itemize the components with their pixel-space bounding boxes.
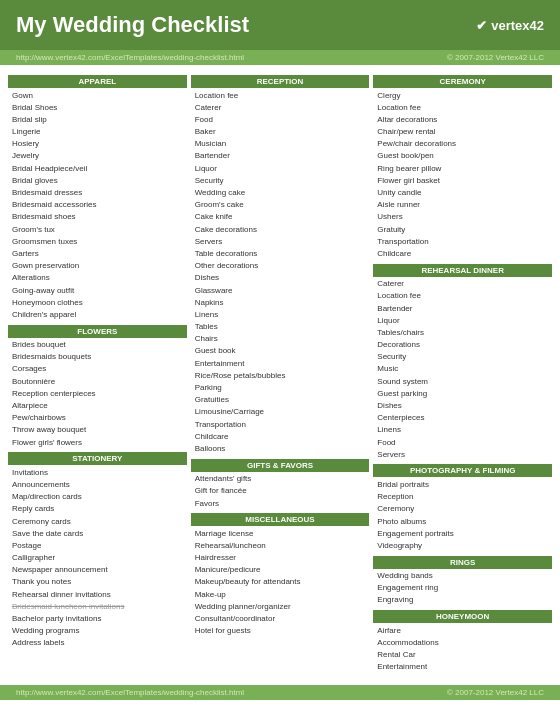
list-item: Childcare <box>191 430 370 442</box>
list-item: Garters <box>8 247 187 259</box>
list-item: Calligrapher <box>8 552 187 564</box>
list-item: Location fee <box>373 290 552 302</box>
list-item: Gift for fiancée <box>191 485 370 497</box>
list-item: Caterer <box>191 101 370 113</box>
list-item: Aisle runner <box>373 199 552 211</box>
list-item: Children's apparel <box>8 308 187 320</box>
list-item: Alterations <box>8 272 187 284</box>
section-header: RECEPTION <box>191 75 370 88</box>
list-item: Tables/chairs <box>373 326 552 338</box>
list-item: Bridal gloves <box>8 174 187 186</box>
section-header: STATIONERY <box>8 452 187 465</box>
list-item: Engraving <box>373 594 552 606</box>
list-item: Table decorations <box>191 247 370 259</box>
list-item: Wedding bands <box>373 570 552 582</box>
list-item: Linens <box>373 424 552 436</box>
list-item: Honeymoon clothes <box>8 296 187 308</box>
list-item: Bridesmaid dresses <box>8 187 187 199</box>
list-item: Clergy <box>373 89 552 101</box>
list-item: Rehearsal/luncheon <box>191 539 370 551</box>
list-item: Food <box>191 113 370 125</box>
list-item: Transportation <box>373 235 552 247</box>
list-item: Engagement ring <box>373 582 552 594</box>
list-item: Photo albums <box>373 515 552 527</box>
list-item: Hotel for guests <box>191 625 370 637</box>
list-item: Musician <box>191 138 370 150</box>
section-header: REHEARSAL DINNER <box>373 264 552 277</box>
list-item: Reception centerpieces <box>8 387 187 399</box>
footer-url-bar: http://www.vertex42.com/ExcelTemplates/w… <box>0 685 560 700</box>
brand: ✔ vertex42 <box>476 18 544 33</box>
right-column: CEREMONYClergyLocation feeAltar decorati… <box>373 71 552 673</box>
list-item: Rice/Rose petals/bubbles <box>191 369 370 381</box>
section-header: HONEYMOON <box>373 610 552 623</box>
section-header: PHOTOGRAPHY & FILMING <box>373 464 552 477</box>
list-item: Brides bouquet <box>8 339 187 351</box>
list-item: Marriage license <box>191 527 370 539</box>
list-item: Other decorations <box>191 260 370 272</box>
left-column: APPARELGownBridal ShoesBridal slipLinger… <box>8 71 187 673</box>
list-item: Centerpieces <box>373 412 552 424</box>
list-item: Groom's cake <box>191 199 370 211</box>
list-item: Altar decorations <box>373 113 552 125</box>
list-item: Guest parking <box>373 387 552 399</box>
list-item: Thank you notes <box>8 576 187 588</box>
list-item: Cake decorations <box>191 223 370 235</box>
header: My Wedding Checklist ✔ vertex42 <box>0 0 560 50</box>
list-item: Make-up <box>191 588 370 600</box>
section-header: CEREMONY <box>373 75 552 88</box>
list-item: Food <box>373 436 552 448</box>
list-item: Ceremony <box>373 503 552 515</box>
checkmark-icon: ✔ <box>476 18 487 33</box>
list-item: Location fee <box>191 89 370 101</box>
list-item: Chair/pew rental <box>373 126 552 138</box>
section-header: GIFTS & FAVORS <box>191 459 370 472</box>
main-content: APPARELGownBridal ShoesBridal slipLinger… <box>0 65 560 679</box>
section-header: FLOWERS <box>8 325 187 338</box>
list-item: Cake knife <box>191 211 370 223</box>
list-item: Videography <box>373 539 552 551</box>
list-item: Transportation <box>191 418 370 430</box>
list-item: Postage <box>8 539 187 551</box>
list-item: Reply cards <box>8 503 187 515</box>
list-item: Sound system <box>373 375 552 387</box>
list-item: Bridal slip <box>8 113 187 125</box>
list-item: Entertainment <box>191 357 370 369</box>
list-item: Gown <box>8 89 187 101</box>
list-item: Wedding cake <box>191 187 370 199</box>
list-item: Ring bearer pillow <box>373 162 552 174</box>
list-item: Attendants' gifts <box>191 473 370 485</box>
list-item: Security <box>191 174 370 186</box>
list-item: Parking <box>191 382 370 394</box>
list-item: Flower girls' flowers <box>8 436 187 448</box>
list-item: Ushers <box>373 211 552 223</box>
list-item: Servers <box>191 235 370 247</box>
list-item: Unity candle <box>373 187 552 199</box>
list-item: Bridal Shoes <box>8 101 187 113</box>
list-item: Gown preservation <box>8 260 187 272</box>
list-item: Baker <box>191 126 370 138</box>
list-item: Bridal Headpiece/veil <box>8 162 187 174</box>
list-item: Bartender <box>191 150 370 162</box>
list-item: Tables <box>191 321 370 333</box>
list-item: Chairs <box>191 333 370 345</box>
list-item: Newspaper announcement <box>8 564 187 576</box>
list-item: Altarpiece <box>8 400 187 412</box>
list-item: Location fee <box>373 101 552 113</box>
list-item: Going-away outfit <box>8 284 187 296</box>
list-item: Dishes <box>191 272 370 284</box>
list-item: Guest book/pen <box>373 150 552 162</box>
list-item: Napkins <box>191 296 370 308</box>
section-header: APPAREL <box>8 75 187 88</box>
list-item: Wedding planner/organizer <box>191 600 370 612</box>
list-item: Hairdresser <box>191 552 370 564</box>
list-item: Corsages <box>8 363 187 375</box>
list-item: Dishes <box>373 400 552 412</box>
list-item: Boutonnière <box>8 375 187 387</box>
list-item: Jewelry <box>8 150 187 162</box>
list-item: Rehearsal dinner invitations <box>8 588 187 600</box>
list-item: Accommodations <box>373 636 552 648</box>
list-item: Airfare <box>373 624 552 636</box>
list-item: Wedding programs <box>8 625 187 637</box>
list-item: Reception <box>373 491 552 503</box>
